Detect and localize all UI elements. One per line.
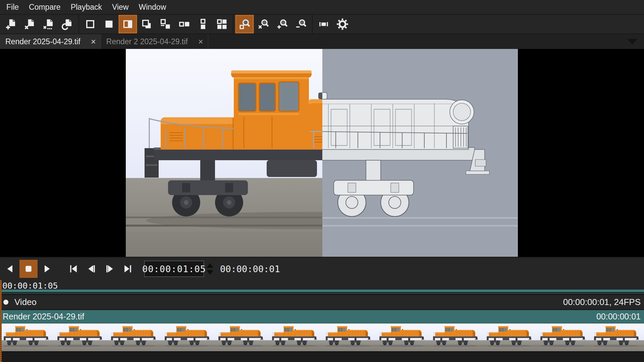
menu-window[interactable]: Window — [133, 0, 171, 14]
go-end-icon — [122, 263, 133, 274]
play-forward-icon — [41, 263, 52, 274]
go-to-end-button[interactable] — [119, 260, 137, 278]
tab-bar: Render 2025-04-29.tif×Render 2 2025-04-2… — [0, 34, 644, 49]
timeline-clip[interactable]: Render 2025-04-29.tif 00:00:00:01 — [0, 310, 644, 323]
presentation-icon — [318, 18, 330, 30]
reload-file-button[interactable] — [58, 15, 77, 34]
timeline-filmstrip[interactable] — [0, 323, 644, 351]
timeline-thumbnail[interactable] — [161, 323, 215, 351]
compare-overlay-button[interactable] — [137, 15, 156, 34]
presentation-button[interactable] — [314, 15, 333, 34]
compare-b-button[interactable] — [100, 15, 118, 34]
compare-horizontal-icon — [178, 18, 190, 30]
file-close-icon — [24, 18, 36, 30]
menu-file[interactable]: File — [1, 0, 24, 14]
ruler-current-time: 00:00:01:05 — [2, 281, 58, 291]
previous-frame-button[interactable] — [83, 260, 101, 278]
viewport[interactable] — [0, 49, 644, 257]
clip-label: Render 2025-04-29.tif — [3, 312, 84, 321]
compare-difference-button[interactable] — [156, 15, 175, 34]
stop-button[interactable] — [19, 260, 38, 278]
compare-tile-button[interactable] — [212, 15, 231, 34]
zoom-fit-button[interactable] — [235, 15, 254, 34]
timeline-footer — [0, 351, 644, 362]
comparison-image — [126, 49, 518, 257]
timeline-thumbnail[interactable] — [376, 323, 429, 351]
compare-horizontal-button[interactable] — [175, 15, 194, 34]
zoom-reset-button[interactable] — [254, 15, 273, 34]
tab-close-icon[interactable]: × — [193, 34, 208, 49]
tab-label: Render 2 2025-04-29.tif — [101, 34, 193, 49]
menu-compare[interactable]: Compare — [24, 0, 66, 14]
next-frame-button[interactable] — [101, 260, 119, 278]
compare-vertical-icon — [197, 18, 209, 30]
toolbar-group-view-tools — [313, 15, 354, 34]
timeline-thumbnail[interactable] — [537, 323, 590, 351]
compare-overlay-icon — [141, 18, 153, 30]
timeline-scrub-underline — [0, 293, 644, 294]
zoom-reset-icon — [257, 18, 269, 30]
compare-vertical-button[interactable] — [194, 15, 212, 34]
application-window: FileComparePlaybackViewWindow Render 202… — [0, 0, 644, 362]
timeline-thumbnail[interactable] — [590, 323, 644, 351]
compare-wipe-icon — [122, 18, 134, 30]
menu-playback[interactable]: Playback — [66, 0, 107, 14]
track-label: Video — [14, 297, 37, 307]
tab-list-dropdown[interactable] — [621, 34, 644, 49]
timeline-thumbnail[interactable] — [268, 323, 322, 351]
tab-bar-spacer — [208, 34, 621, 49]
timeline-thumbnail[interactable] — [107, 323, 161, 351]
timecode-input[interactable]: 00:00:01:05 — [144, 261, 204, 277]
timecode-spinner — [207, 263, 213, 275]
close-all-files-button[interactable] — [39, 15, 58, 34]
clip-duration: 00:00:00:01 — [596, 312, 641, 321]
spinner-down-icon[interactable] — [207, 270, 213, 275]
timeline-thumbnail[interactable] — [429, 323, 483, 351]
timeline-playhead[interactable] — [0, 280, 2, 362]
video-track-row[interactable]: Video 00:00:00:01, 24FPS — [0, 295, 644, 310]
compare-difference-icon — [159, 18, 171, 30]
compare-b-icon — [103, 18, 115, 30]
play-forward-button[interactable] — [38, 260, 56, 278]
zoom-in-button[interactable] — [273, 15, 291, 34]
timeline-ruler[interactable]: 00:00:01:05 — [0, 280, 644, 295]
tab-1[interactable]: Render 2025-04-29.tif× — [0, 34, 101, 49]
tab-close-icon[interactable]: × — [86, 34, 101, 49]
zoom-out-icon — [295, 18, 307, 30]
zoom-out-button[interactable] — [291, 15, 310, 34]
go-to-start-button[interactable] — [64, 260, 83, 278]
timeline-thumbnail[interactable] — [215, 323, 268, 351]
settings-button[interactable] — [333, 15, 352, 34]
toolbar — [0, 14, 644, 34]
close-file-button[interactable] — [20, 15, 39, 34]
playback-bar: 00:00:01:05 00:00:00:01 — [0, 257, 644, 280]
timeline-thumbnail[interactable] — [0, 323, 54, 351]
spinner-up-icon[interactable] — [207, 263, 213, 268]
compare-wipe-button[interactable] — [118, 15, 137, 34]
timeline-thumbnail[interactable] — [483, 323, 537, 351]
file-close-all-icon — [43, 18, 55, 30]
toolbar-group-zoom-tools — [233, 15, 312, 34]
toolbar-group-file-tools — [0, 15, 78, 34]
file-reload-icon — [61, 18, 73, 30]
zoom-in-icon — [276, 18, 288, 30]
track-info: 00:00:00:01, 24FPS — [563, 297, 641, 307]
open-file-button[interactable] — [2, 15, 20, 34]
toolbar-group-compare-tools — [79, 15, 233, 34]
timeline-thumbnail[interactable] — [322, 323, 376, 351]
play-reverse-icon — [5, 263, 16, 274]
track-enabled-bullet-icon[interactable] — [3, 300, 8, 305]
tab-2[interactable]: Render 2 2025-04-29.tif× — [101, 34, 208, 49]
play-reverse-button[interactable] — [1, 260, 19, 278]
menu-bar: FileComparePlaybackViewWindow — [0, 0, 644, 14]
go-start-icon — [68, 263, 79, 274]
tab-label: Render 2025-04-29.tif — [0, 34, 86, 49]
menu-view[interactable]: View — [107, 0, 133, 14]
settings-gear-icon — [336, 18, 348, 30]
file-plus-icon — [5, 18, 17, 30]
chevron-down-icon — [627, 39, 638, 44]
compare-a-button[interactable] — [81, 15, 100, 34]
timeline-scrub-bar[interactable] — [0, 290, 644, 292]
timeline-thumbnail[interactable] — [54, 323, 107, 351]
compare-tile-icon — [216, 18, 228, 30]
